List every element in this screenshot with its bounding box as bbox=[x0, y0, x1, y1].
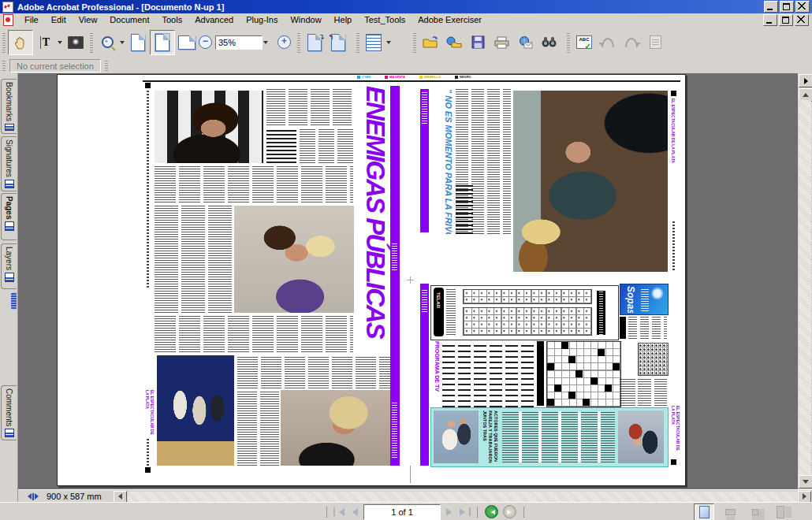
first-page-button[interactable] bbox=[332, 506, 346, 518]
fit-width-button[interactable] bbox=[175, 31, 199, 54]
tab-bookmarks[interactable]: Bookmarks bbox=[1, 79, 17, 134]
tv-section-title: PROGRAMA DE TV bbox=[431, 341, 440, 404]
toolbar-grip[interactable] bbox=[105, 61, 108, 71]
menu-edit[interactable]: Edit bbox=[45, 14, 73, 25]
panel-splitter-grip[interactable] bbox=[11, 292, 17, 310]
left-page-accent-bar bbox=[390, 86, 400, 466]
scroll-down-button[interactable] bbox=[799, 475, 812, 488]
previous-view-button[interactable]: ↰ bbox=[326, 31, 350, 54]
next-view-nav-button[interactable] bbox=[503, 505, 516, 518]
toolbar-grip[interactable] bbox=[2, 61, 6, 71]
email-button[interactable] bbox=[513, 31, 537, 54]
menu-view[interactable]: View bbox=[73, 14, 104, 25]
comments-icon bbox=[5, 429, 14, 437]
tab-signatures[interactable]: Signatures bbox=[1, 136, 17, 191]
fit-page-button[interactable] bbox=[150, 30, 175, 55]
title-bar[interactable]: Adobe Acrobat Professional - [Documento … bbox=[0, 0, 812, 13]
actual-size-button[interactable] bbox=[126, 31, 150, 54]
facing-layout-button[interactable] bbox=[771, 504, 790, 520]
horizontal-scroll-track[interactable] bbox=[128, 492, 797, 502]
vertical-scroll-track[interactable] bbox=[799, 100, 811, 476]
solutions-banner bbox=[620, 317, 626, 339]
body-text bbox=[155, 166, 353, 202]
previous-page-button[interactable] bbox=[346, 506, 360, 518]
main-area: Bookmarks Signatures Pages Layers Commen… bbox=[0, 73, 812, 502]
show-hide-pane-button[interactable] bbox=[799, 74, 812, 87]
continuous-layout-button[interactable] bbox=[721, 504, 739, 520]
menu-tools[interactable]: Tools bbox=[156, 14, 189, 25]
next-view-button[interactable]: ↴ bbox=[303, 31, 326, 54]
menu-file[interactable]: File bbox=[18, 14, 45, 25]
tab-comments[interactable]: Comments bbox=[1, 385, 17, 440]
save-button[interactable] bbox=[466, 31, 490, 54]
article-text bbox=[502, 411, 615, 462]
continuous-facing-layout-button[interactable] bbox=[746, 504, 765, 520]
body-text bbox=[237, 390, 279, 466]
open-web-page-button[interactable] bbox=[442, 31, 466, 54]
doc-minimize-button[interactable] bbox=[763, 14, 777, 26]
tasks-button[interactable] bbox=[362, 31, 386, 54]
menu-plugins[interactable]: Plug-Ins bbox=[240, 14, 284, 25]
zoom-level-dropdown[interactable] bbox=[263, 41, 268, 46]
next-page-button[interactable] bbox=[444, 506, 458, 518]
zoom-in-button[interactable]: + bbox=[277, 35, 291, 49]
pdf-page[interactable]: CYAN MAGENTA AMARILLO NEGRO EL ESPECTACU… bbox=[57, 74, 686, 486]
document-pane[interactable]: CYAN MAGENTA AMARILLO NEGRO EL ESPECTACU… bbox=[18, 73, 798, 489]
toolbar-grip[interactable] bbox=[567, 32, 570, 53]
toolbar-grip[interactable] bbox=[413, 32, 416, 53]
menu-document[interactable]: Document bbox=[103, 14, 155, 25]
doc-close-button[interactable] bbox=[795, 14, 809, 26]
spellcheck-button[interactable]: ABC ✓ bbox=[572, 31, 596, 54]
menu-advanced[interactable]: Advanced bbox=[188, 14, 240, 25]
select-text-tool-button[interactable]: T bbox=[33, 31, 57, 54]
tab-pages[interactable]: Pages bbox=[1, 193, 17, 240]
doc-restore-button[interactable] bbox=[779, 14, 793, 26]
redo-button[interactable] bbox=[620, 31, 643, 54]
reg-cyan: CYAN bbox=[357, 75, 371, 79]
undo-button[interactable] bbox=[596, 31, 620, 54]
hand-tool-button[interactable] bbox=[8, 30, 33, 55]
tab-layers[interactable]: Layers bbox=[1, 243, 17, 289]
copy-paste-button[interactable] bbox=[643, 31, 667, 54]
zoom-level-input[interactable] bbox=[215, 35, 263, 50]
menu-help[interactable]: Help bbox=[328, 14, 359, 25]
document-icon[interactable] bbox=[3, 14, 13, 26]
menu-adobe-exerciser[interactable]: Adobe Exerciser bbox=[412, 14, 488, 25]
text-select-icon: T bbox=[40, 36, 50, 49]
zoom-in-tool-button[interactable]: + bbox=[95, 31, 119, 54]
zoom-tool-dropdown[interactable] bbox=[120, 41, 125, 46]
restore-button[interactable] bbox=[780, 1, 794, 13]
menu-test-tools[interactable]: Test_Tools bbox=[358, 14, 412, 25]
toolbar-grip[interactable] bbox=[2, 32, 6, 53]
selection-status: No current selection bbox=[9, 59, 101, 72]
solutions-text bbox=[628, 317, 667, 339]
tasks-dropdown[interactable] bbox=[386, 41, 391, 46]
snapshot-tool-button[interactable] bbox=[64, 31, 88, 54]
menu-window[interactable]: Window bbox=[284, 14, 327, 25]
single-page-layout-button[interactable] bbox=[694, 503, 714, 520]
minimize-button[interactable] bbox=[764, 1, 778, 13]
open-button[interactable] bbox=[419, 31, 442, 54]
close-button[interactable] bbox=[795, 1, 810, 13]
previous-view-nav-button[interactable] bbox=[485, 505, 498, 518]
redo-icon bbox=[625, 38, 638, 47]
photo-man-in-armchair bbox=[513, 91, 668, 272]
toolbar-grip[interactable] bbox=[297, 32, 300, 53]
toolbar-grip[interactable] bbox=[90, 32, 93, 53]
photo-couple-right bbox=[618, 410, 664, 463]
puzzle-instructions bbox=[446, 289, 456, 335]
last-page-button[interactable] bbox=[458, 506, 472, 518]
toolbar-grip[interactable] bbox=[356, 32, 359, 53]
vertical-scrollbar[interactable] bbox=[798, 73, 812, 489]
continuous-facing-icon bbox=[752, 509, 758, 515]
scroll-right-button[interactable] bbox=[798, 491, 811, 503]
scroll-left-button[interactable] bbox=[114, 491, 127, 503]
photo-women-fighting bbox=[234, 206, 354, 313]
print-button[interactable] bbox=[490, 31, 513, 54]
select-tool-dropdown[interactable] bbox=[58, 41, 62, 46]
page-number-input[interactable] bbox=[363, 504, 441, 520]
zoom-out-button[interactable]: − bbox=[199, 35, 212, 49]
search-button[interactable] bbox=[537, 31, 561, 54]
photo-stage-group bbox=[157, 355, 234, 466]
body-text bbox=[638, 377, 667, 406]
